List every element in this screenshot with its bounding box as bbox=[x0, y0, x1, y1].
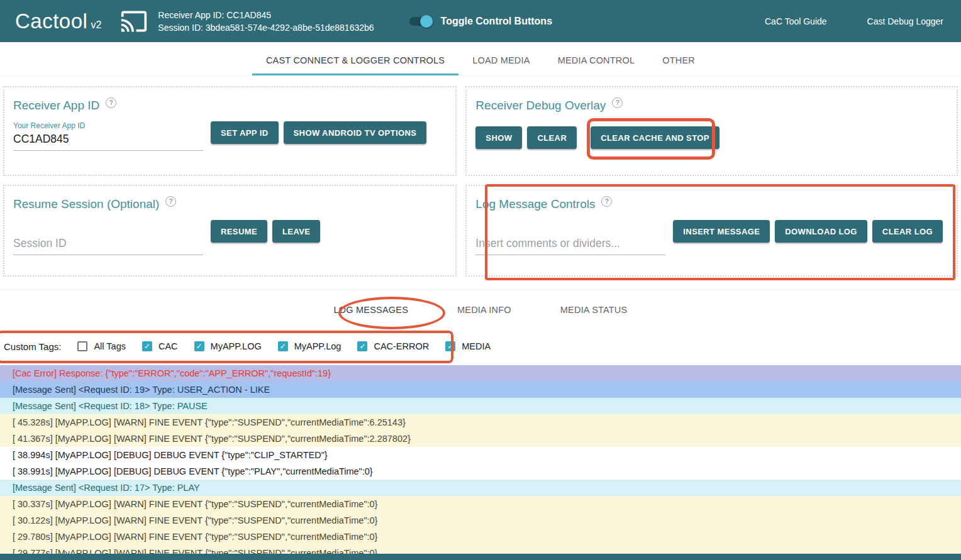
tag-label: MyAPP.Log bbox=[294, 341, 342, 351]
cactool-page: Cactool v2 Receiver App ID: CC1AD845 Ses… bbox=[0, 0, 961, 560]
cac-tool-guide-link[interactable]: CaC Tool Guide bbox=[765, 16, 827, 26]
resume-session-title: Resume Session (Optional) bbox=[13, 197, 447, 211]
log-message-list: [Cac Error] Response: {"type":"ERROR","c… bbox=[0, 365, 961, 560]
tag-label: CAC-ERROR bbox=[374, 341, 429, 351]
receiver-app-id-input[interactable] bbox=[13, 131, 203, 151]
checkbox-icon[interactable] bbox=[445, 341, 455, 351]
checkbox-icon[interactable] bbox=[194, 341, 204, 351]
tag-label: All Tags bbox=[94, 341, 126, 351]
tag-cac-error[interactable]: CAC-ERROR bbox=[357, 341, 429, 351]
log-row: [ 30.122s] [MyAPP.LOG] [WARN] FINE EVENT… bbox=[0, 512, 961, 529]
tag-label: MyAPP.LOG bbox=[211, 341, 262, 351]
show-overlay-button[interactable]: SHOW bbox=[475, 126, 522, 149]
tab-media-info[interactable]: MEDIA INFO bbox=[448, 305, 520, 315]
receiver-app-id-title: Receiver App ID bbox=[13, 99, 447, 113]
clear-cache-and-stop-button[interactable]: CLEAR CACHE AND STOP bbox=[591, 126, 719, 149]
help-icon[interactable] bbox=[106, 97, 116, 108]
tag-myapp-log-mixed[interactable]: MyAPP.Log bbox=[278, 341, 342, 351]
session-info: Receiver App ID: CC1AD845 Session ID: 3b… bbox=[158, 9, 374, 34]
checkbox-icon[interactable] bbox=[142, 341, 152, 351]
clear-log-button[interactable]: CLEAR LOG bbox=[872, 220, 943, 243]
toggle-thumb bbox=[420, 15, 433, 28]
session-id-line: Session ID: 3bdea581-574e-4292-a8be-51de… bbox=[158, 21, 374, 34]
checkbox-icon[interactable] bbox=[357, 341, 367, 351]
resume-session-body: RESUME LEAVE bbox=[13, 220, 447, 255]
control-cards: Receiver App ID Your Receiver App ID SET… bbox=[0, 86, 961, 277]
cast-debug-logger-link[interactable]: Cast Debug Logger bbox=[867, 16, 943, 26]
help-icon[interactable] bbox=[612, 97, 623, 108]
log-message-controls-body: INSERT MESSAGE DOWNLOAD LOG CLEAR LOG bbox=[475, 220, 948, 255]
session-id-input[interactable] bbox=[13, 235, 203, 255]
download-log-button[interactable]: DOWNLOAD LOG bbox=[775, 220, 867, 243]
log-row: [Message Sent] <Request ID: 19> Type: US… bbox=[0, 382, 961, 398]
tag-all-tags[interactable]: All Tags bbox=[77, 341, 126, 351]
app-header: Cactool v2 Receiver App ID: CC1AD845 Ses… bbox=[0, 0, 961, 42]
help-icon[interactable] bbox=[165, 196, 176, 207]
session-id-field bbox=[13, 235, 203, 255]
log-comment-field bbox=[475, 235, 665, 255]
clear-overlay-button[interactable]: CLEAR bbox=[527, 126, 577, 149]
app-logo: Cactool v2 bbox=[15, 9, 101, 33]
resume-button[interactable]: RESUME bbox=[211, 220, 267, 243]
leave-button[interactable]: LEAVE bbox=[272, 220, 320, 243]
control-buttons-toggle-wrap: Toggle Control Buttons bbox=[409, 16, 552, 27]
toggle-label: Toggle Control Buttons bbox=[441, 16, 552, 27]
card-title-text: Resume Session (Optional) bbox=[13, 197, 159, 211]
receiver-app-id-card: Receiver App ID Your Receiver App ID SET… bbox=[3, 86, 457, 176]
card-title-text: Receiver Debug Overlay bbox=[475, 99, 606, 113]
receiver-debug-overlay-card: Receiver Debug Overlay SHOW CLEAR CLEAR … bbox=[465, 86, 958, 176]
receiver-app-id-field: Your Receiver App ID bbox=[13, 121, 203, 151]
receiver-app-id-input-label: Your Receiver App ID bbox=[13, 121, 203, 130]
control-buttons-toggle[interactable] bbox=[409, 17, 431, 26]
tab-log-messages[interactable]: LOG MESSAGES bbox=[325, 305, 417, 315]
app-title: Cactool bbox=[15, 9, 87, 33]
resume-session-card: Resume Session (Optional) RESUME LEAVE bbox=[3, 185, 457, 277]
log-row: [ 29.780s] [MyAPP.LOG] [WARN] FINE EVENT… bbox=[0, 529, 961, 545]
app-version: v2 bbox=[91, 19, 101, 31]
log-row: [Message Sent] <Request ID: 18> Type: PA… bbox=[0, 398, 961, 414]
checkbox-icon[interactable] bbox=[77, 341, 87, 351]
card-title-text: Receiver App ID bbox=[13, 99, 99, 113]
tab-load-media[interactable]: LOAD MEDIA bbox=[458, 47, 543, 75]
receiver-debug-overlay-body: SHOW CLEAR CLEAR CACHE AND STOP bbox=[475, 126, 948, 149]
tab-media-control[interactable]: MEDIA CONTROL bbox=[544, 47, 649, 75]
checkbox-icon[interactable] bbox=[278, 341, 288, 351]
log-tab-bar: LOG MESSAGES MEDIA INFO MEDIA STATUS bbox=[0, 289, 961, 330]
receiver-app-id-body: Your Receiver App ID SET APP ID SHOW AND… bbox=[13, 121, 447, 151]
log-row: [Message Sent] <Request ID: 17> Type: PL… bbox=[0, 480, 961, 496]
custom-tags-bar: Custom Tags: All Tags CAC MyAPP.LOG MyAP… bbox=[0, 330, 961, 363]
main-tab-bar: CAST CONNECT & LOGGER CONTROLS LOAD MEDI… bbox=[0, 47, 961, 76]
footer-bar bbox=[0, 554, 961, 560]
tab-cast-connect-logger-controls[interactable]: CAST CONNECT & LOGGER CONTROLS bbox=[252, 47, 458, 75]
log-row: [ 30.337s] [MyAPP.LOG] [WARN] FINE EVENT… bbox=[0, 496, 961, 512]
log-row: [ 45.328s] [MyAPP.LOG] [WARN] FINE EVENT… bbox=[0, 414, 961, 431]
log-comment-input[interactable] bbox=[475, 235, 665, 255]
tag-media[interactable]: MEDIA bbox=[445, 341, 491, 351]
set-app-id-button[interactable]: SET APP ID bbox=[211, 121, 279, 144]
log-message-controls-card: Log Message Controls INSERT MESSAGE DOWN… bbox=[465, 185, 958, 277]
log-row: [ 38.991s] [MyAPP.LOG] [DEBUG] DEBUG EVE… bbox=[0, 463, 961, 480]
insert-message-button[interactable]: INSERT MESSAGE bbox=[673, 220, 770, 243]
card-title-text: Log Message Controls bbox=[475, 197, 595, 211]
tag-label: CAC bbox=[158, 341, 178, 351]
log-row: [ 41.367s] [MyAPP.LOG] [WARN] FINE EVENT… bbox=[0, 431, 961, 447]
cast-icon bbox=[120, 8, 148, 35]
tab-other[interactable]: OTHER bbox=[648, 47, 709, 75]
log-row: [ 38.994s] [MyAPP.LOG] [DEBUG] DEBUG EVE… bbox=[0, 447, 961, 463]
tag-cac[interactable]: CAC bbox=[142, 341, 178, 351]
log-message-controls-title: Log Message Controls bbox=[475, 197, 948, 211]
receiver-debug-overlay-title: Receiver Debug Overlay bbox=[475, 99, 948, 113]
receiver-app-id-line: Receiver App ID: CC1AD845 bbox=[158, 9, 374, 21]
tag-myapp-log-upper[interactable]: MyAPP.LOG bbox=[194, 341, 262, 351]
custom-tags-label: Custom Tags: bbox=[4, 341, 61, 352]
log-row: [Cac Error] Response: {"type":"ERROR","c… bbox=[0, 365, 961, 382]
show-android-tv-options-button[interactable]: SHOW ANDROID TV OPTIONS bbox=[284, 121, 427, 144]
header-links: CaC Tool Guide Cast Debug Logger bbox=[765, 16, 943, 26]
tag-label: MEDIA bbox=[462, 341, 491, 351]
help-icon[interactable] bbox=[601, 196, 612, 207]
tab-media-status[interactable]: MEDIA STATUS bbox=[552, 305, 636, 315]
